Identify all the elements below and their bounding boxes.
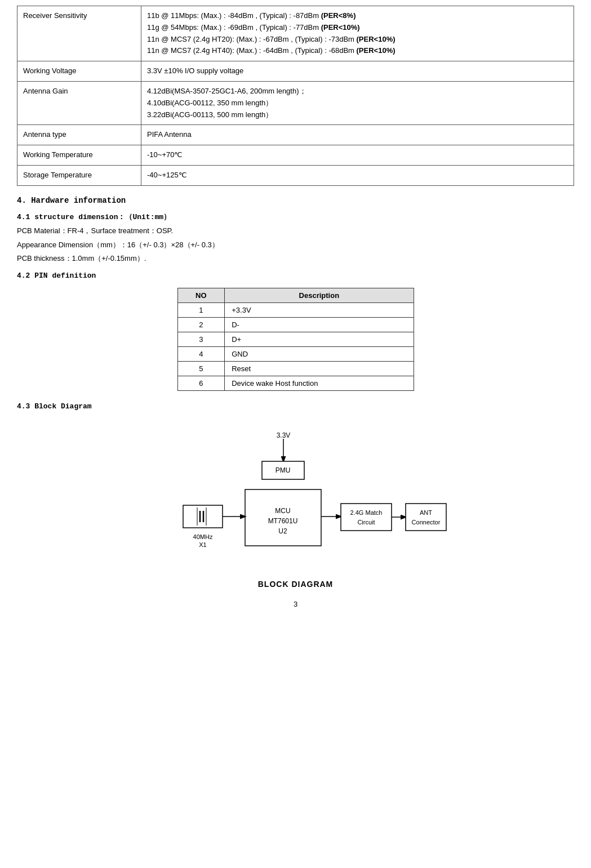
pin-desc: GND [225,347,414,362]
table-row-receiver-sensitivity: Receiver Sensitivity 11b @ 11Mbps: (Max.… [17,6,574,61]
mcu-label3: U2 [278,527,287,535]
pin-table-row: 1+3.3V [177,303,414,318]
block-diagram-title: BLOCK DIAGRAM [258,580,334,589]
ant-label2: Connector [411,519,440,526]
pcb-material-text: PCB Material：FR-4，Surface treatment：OSP. [17,225,574,237]
pin-no: 1 [177,303,225,318]
table-row-antenna-gain: Antenna Gain 4.12dBi(MSA-3507-25GC1-A6, … [17,81,574,124]
working-temp-label: Working Temperature [17,145,141,166]
section-42-heading: 4.2 PIN definition [17,271,574,280]
pin-desc: +3.3V [225,303,414,318]
pin-table-row: 2D- [177,318,414,332]
table-row-working-temp: Working Temperature -10~+70℃ [17,145,574,166]
table-row-storage-temp: Storage Temperature -40~+125℃ [17,165,574,185]
section-41-heading: 4.1 structure dimension：（Unit:mm） [17,212,574,222]
ant-label1: ANT [420,509,432,516]
pin-no: 2 [177,318,225,332]
table-row-antenna-type: Antenna type PIFA Antenna [17,125,574,145]
pin-table: NO Description 1+3.3V2D-3D+4GND5Reset6De… [177,288,414,391]
section-4-heading: 4. Hardware information [17,196,574,205]
pin-no: 3 [177,332,225,347]
pin-desc: Reset [225,362,414,376]
receiver-sensitivity-label: Receiver Sensitivity [17,6,141,61]
table-row-working-voltage: Working Voltage 3.3V ±10% I/O supply vol… [17,61,574,82]
mcu-label1: MCU [275,507,290,515]
antenna-type-label: Antenna type [17,125,141,145]
pin-table-wrapper: NO Description 1+3.3V2D-3D+4GND5Reset6De… [17,288,574,391]
section-43-heading: 4.3 Block Diagram [17,402,574,411]
pin-no: 4 [177,347,225,362]
working-temp-value: -10~+70℃ [141,145,574,166]
appearance-text: Appearance Dimension（mm）：16（+/- 0.3）×28（… [17,239,574,251]
block-diagram-svg: 3.3V PMU MCU MT7601U U2 40MHz X1 [138,428,454,574]
pin-table-row: 6Device wake Host function [177,376,414,391]
crystal-label2: X1 [199,541,206,548]
crystal-label1: 40MHz [193,533,212,540]
antenna-gain-label: Antenna Gain [17,81,141,124]
storage-temp-value: -40~+125℃ [141,165,574,185]
working-voltage-label: Working Voltage [17,61,141,82]
pmu-label: PMU [275,466,290,474]
match-label2: Circuit [357,519,375,526]
pin-table-no-header: NO [177,288,225,303]
antenna-type-value: PIFA Antenna [141,125,574,145]
receiver-sensitivity-value: 11b @ 11Mbps: (Max.) : -84dBm , (Typical… [141,6,574,61]
mcu-label2: MT7601U [268,517,297,525]
pin-no: 6 [177,376,225,391]
pin-desc: Device wake Host function [225,376,414,391]
antenna-gain-value: 4.12dBi(MSA-3507-25GC1-A6, 200mm length)… [141,81,574,124]
pin-no: 5 [177,362,225,376]
page-number: 3 [17,600,574,608]
match-box [341,504,392,531]
block-diagram-section: 3.3V PMU MCU MT7601U U2 40MHz X1 [17,422,574,589]
storage-temp-label: Storage Temperature [17,165,141,185]
match-label1: 2.4G Match [350,509,382,516]
pin-table-header-row: NO Description [177,288,414,303]
pin-desc: D+ [225,332,414,347]
voltage-label: 3.3V [276,431,290,439]
pin-table-row: 5Reset [177,362,414,376]
working-voltage-value: 3.3V ±10% I/O supply voltage [141,61,574,82]
pin-table-row: 4GND [177,347,414,362]
pcb-thickness-text: PCB thickness：1.0mm（+/-0.15mm）. [17,253,574,265]
block-diagram-container: 3.3V PMU MCU MT7601U U2 40MHz X1 [17,422,574,589]
spec-table: Receiver Sensitivity 11b @ 11Mbps: (Max.… [17,6,574,186]
pin-table-row: 3D+ [177,332,414,347]
ant-box [406,504,446,531]
pin-table-desc-header: Description [225,288,414,303]
pin-desc: D- [225,318,414,332]
